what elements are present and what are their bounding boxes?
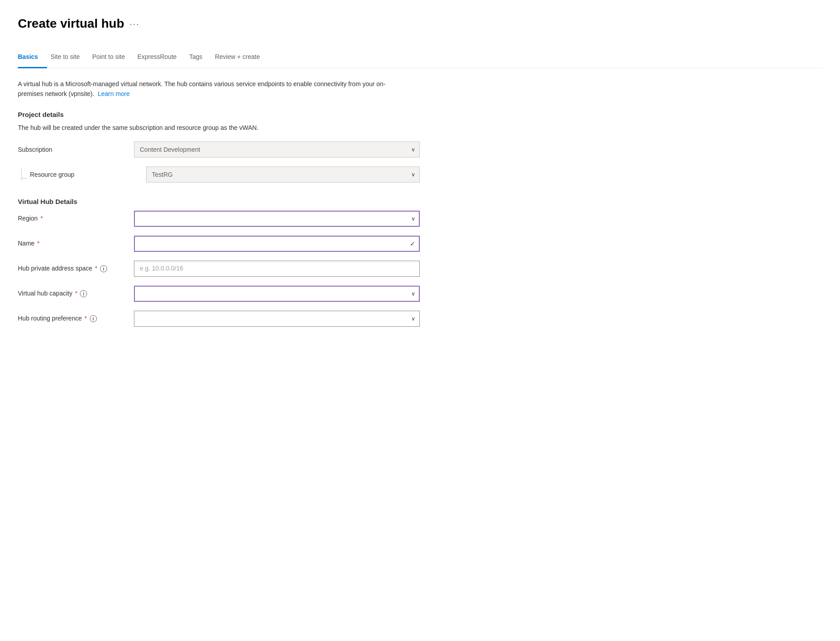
- hub-routing-preference-row: Hub routing preference * i ∨: [18, 311, 420, 327]
- description-text: A virtual hub is a Microsoft-managed vir…: [18, 79, 402, 99]
- address-space-info-icon[interactable]: i: [100, 265, 107, 272]
- name-label: Name *: [18, 239, 134, 248]
- capacity-select[interactable]: ∨: [134, 286, 420, 302]
- subscription-control: Content Development ∨: [134, 142, 420, 158]
- tab-tags[interactable]: Tags: [189, 48, 212, 68]
- routing-required-star: *: [84, 314, 87, 323]
- page-title-row: Create virtual hub ···: [18, 14, 822, 33]
- virtual-hub-details-section: Virtual Hub Details Region * ∨ Name *: [18, 197, 822, 327]
- subscription-label: Subscription: [18, 145, 134, 154]
- virtual-hub-details-heading: Virtual Hub Details: [18, 197, 822, 207]
- routing-info-icon[interactable]: i: [90, 315, 97, 322]
- resource-group-indent: Resource group: [18, 169, 146, 180]
- region-display[interactable]: [134, 211, 420, 227]
- virtual-hub-capacity-label: Virtual hub capacity * i: [18, 289, 134, 298]
- hub-routing-preference-label: Hub routing preference * i: [18, 314, 134, 323]
- resource-group-label: Resource group: [30, 170, 146, 179]
- ellipsis-menu[interactable]: ···: [130, 17, 140, 30]
- tab-review-create[interactable]: Review + create: [215, 48, 269, 68]
- project-details-subtext: The hub will be created under the same s…: [18, 123, 822, 133]
- name-control: ✓: [134, 236, 420, 252]
- learn-more-link[interactable]: Learn more: [98, 90, 130, 97]
- capacity-required-star: *: [75, 289, 77, 298]
- capacity-control: ∨: [134, 286, 420, 302]
- address-space-input[interactable]: e.g. 10.0.0.0/16: [134, 261, 420, 277]
- name-row: Name * ✓: [18, 236, 420, 252]
- subscription-display[interactable]: Content Development: [134, 142, 420, 158]
- project-details-section: Project details The hub will be created …: [18, 110, 822, 183]
- hub-private-address-space-row: Hub private address space * i e.g. 10.0.…: [18, 261, 420, 277]
- region-select[interactable]: ∨: [134, 211, 420, 227]
- region-required-star: *: [40, 214, 42, 223]
- name-required-star: *: [37, 239, 39, 248]
- tab-basics[interactable]: Basics: [18, 48, 47, 68]
- resource-group-select[interactable]: TestRG ∨: [146, 166, 420, 183]
- subscription-row: Subscription Content Development ∨: [18, 142, 420, 158]
- name-display[interactable]: [134, 236, 420, 252]
- capacity-display[interactable]: [134, 286, 420, 302]
- name-input-box[interactable]: ✓: [134, 236, 420, 252]
- address-space-control: e.g. 10.0.0.0/16: [134, 261, 420, 277]
- routing-display[interactable]: [134, 311, 420, 327]
- tab-site-to-site[interactable]: Site to site: [50, 48, 88, 68]
- resource-group-display[interactable]: TestRG: [146, 166, 420, 183]
- tab-expressroute[interactable]: ExpressRoute: [138, 48, 186, 68]
- hub-private-address-space-label: Hub private address space * i: [18, 264, 134, 273]
- resource-group-control: TestRG ∨: [146, 166, 420, 183]
- region-row: Region * ∨: [18, 211, 420, 227]
- page-title: Create virtual hub: [18, 14, 124, 33]
- subscription-select[interactable]: Content Development ∨: [134, 142, 420, 158]
- routing-select[interactable]: ∨: [134, 311, 420, 327]
- routing-control: ∨: [134, 311, 420, 327]
- virtual-hub-capacity-row: Virtual hub capacity * i ∨: [18, 286, 420, 302]
- address-space-required-star: *: [95, 264, 97, 273]
- tab-point-to-site[interactable]: Point to site: [92, 48, 134, 68]
- region-control: ∨: [134, 211, 420, 227]
- tabs-row: Basics Site to site Point to site Expres…: [18, 47, 822, 68]
- description-main: A virtual hub is a Microsoft-managed vir…: [18, 80, 385, 97]
- region-label: Region *: [18, 214, 134, 223]
- project-details-heading: Project details: [18, 110, 822, 120]
- capacity-info-icon[interactable]: i: [80, 290, 87, 297]
- resource-group-row: Resource group TestRG ∨: [18, 166, 420, 183]
